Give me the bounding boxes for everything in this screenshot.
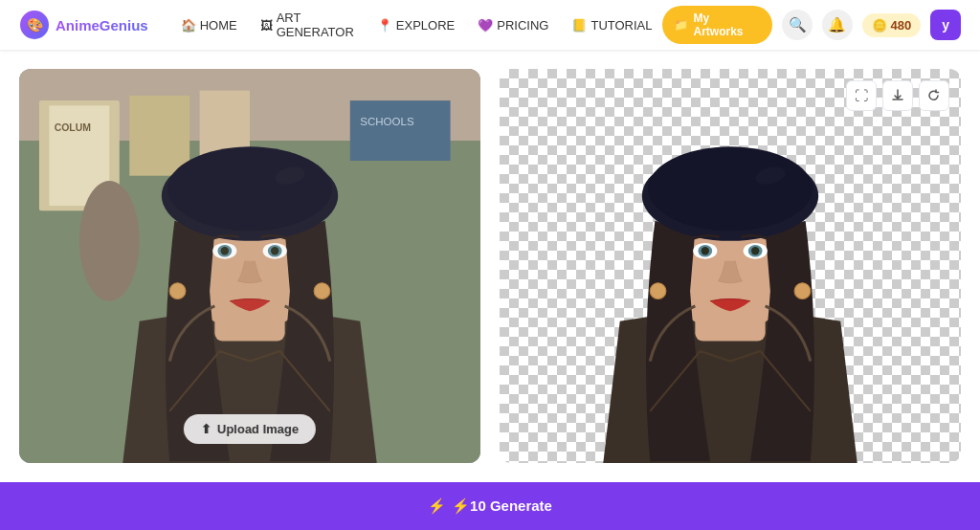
art-generator-label: ART GENERATOR bbox=[277, 11, 354, 39]
explore-label: EXPLORE bbox=[396, 18, 455, 33]
bottom-bar: ⚡ ⚡10 Generate bbox=[0, 482, 980, 530]
nav-tutorial[interactable]: 📒 TUTORIAL bbox=[562, 12, 661, 38]
my-artworks-label: My Artworks bbox=[694, 11, 762, 38]
download-button[interactable] bbox=[882, 80, 913, 111]
left-image-panel: COLUM SCHOOLS bbox=[19, 69, 480, 463]
logo-text: AnimeGenius bbox=[56, 17, 148, 33]
generate-label: ⚡10 Generate bbox=[452, 497, 552, 515]
nav-pricing[interactable]: 💜 PRICING bbox=[468, 12, 558, 38]
tutorial-emoji: 📒 bbox=[571, 18, 587, 33]
svg-point-37 bbox=[751, 247, 759, 254]
expand-icon: ⛶ bbox=[855, 88, 868, 103]
nav-links: 🏠 HOME 🖼 ART GENERATOR 📍 EXPLORE 💜 PRICI… bbox=[171, 5, 662, 45]
svg-point-36 bbox=[702, 247, 709, 254]
logo-icon: 🎨 bbox=[19, 10, 50, 40]
my-artworks-button[interactable]: 📁 My Artworks bbox=[662, 6, 773, 44]
explore-emoji: 📍 bbox=[377, 18, 392, 33]
svg-text:🎨: 🎨 bbox=[27, 17, 44, 33]
svg-point-39 bbox=[794, 283, 811, 299]
download-icon bbox=[891, 89, 904, 102]
pricing-emoji: 💜 bbox=[478, 18, 493, 33]
search-button[interactable]: 🔍 bbox=[782, 10, 813, 40]
logo[interactable]: 🎨 AnimeGenius bbox=[19, 10, 148, 40]
user-avatar[interactable]: y bbox=[930, 10, 961, 40]
notifications-button[interactable]: 🔔 bbox=[822, 10, 853, 40]
generate-icon: ⚡ bbox=[428, 497, 446, 515]
tutorial-label: TUTORIAL bbox=[590, 18, 652, 33]
upload-image-button[interactable]: ⬆ Upload Image bbox=[184, 414, 316, 444]
navbar: 🎨 AnimeGenius 🏠 HOME 🖼 ART GENERATOR 📍 E… bbox=[0, 0, 980, 50]
home-label: HOME bbox=[200, 18, 237, 33]
coins-display[interactable]: 🪙 480 bbox=[862, 13, 922, 37]
coin-icon: 🪙 bbox=[872, 18, 887, 33]
bell-icon: 🔔 bbox=[828, 16, 846, 33]
nav-right: 📁 My Artworks 🔍 🔔 🪙 480 y bbox=[662, 6, 962, 44]
main-content: COLUM SCHOOLS bbox=[0, 50, 980, 482]
reset-icon bbox=[927, 89, 941, 102]
folder-icon: 📁 bbox=[674, 18, 688, 32]
transparency-background bbox=[500, 69, 961, 463]
expand-button[interactable]: ⛶ bbox=[846, 80, 877, 111]
generate-button[interactable]: ⚡ ⚡10 Generate bbox=[428, 497, 552, 515]
svg-rect-26 bbox=[19, 69, 480, 463]
svg-point-30 bbox=[648, 146, 813, 231]
tool-buttons: ⛶ bbox=[846, 80, 949, 111]
processed-image bbox=[500, 69, 961, 463]
upload-icon: ⬆ bbox=[201, 422, 212, 436]
search-icon: 🔍 bbox=[789, 16, 807, 33]
upload-image-label: Upload Image bbox=[217, 422, 299, 436]
nav-explore[interactable]: 📍 EXPLORE bbox=[368, 12, 464, 38]
right-image-panel: ⛶ bbox=[500, 69, 961, 463]
home-emoji: 🏠 bbox=[181, 18, 196, 33]
pricing-label: PRICING bbox=[497, 18, 548, 33]
nav-home[interactable]: 🏠 HOME bbox=[171, 12, 247, 38]
user-initial: y bbox=[942, 17, 949, 33]
art-generator-emoji: 🖼 bbox=[260, 18, 273, 33]
original-image: COLUM SCHOOLS bbox=[19, 69, 480, 463]
coins-count: 480 bbox=[891, 18, 912, 33]
svg-point-38 bbox=[650, 283, 666, 299]
nav-art-generator[interactable]: 🖼 ART GENERATOR bbox=[251, 5, 364, 45]
reset-button[interactable] bbox=[919, 80, 949, 111]
